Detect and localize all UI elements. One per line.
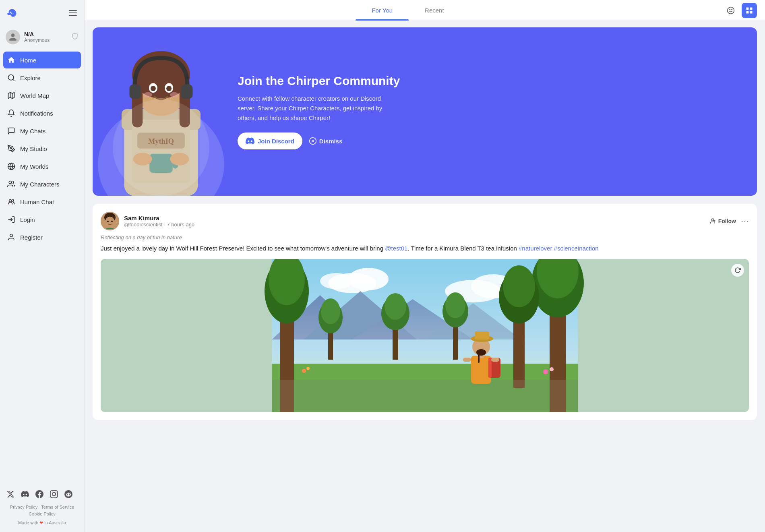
face-icon-button[interactable] (723, 3, 738, 18)
instagram-icon[interactable] (49, 489, 59, 499)
banner-title: Join the Chirper Community (238, 74, 737, 88)
post-image-container (101, 259, 749, 412)
svg-point-84 (306, 367, 310, 370)
twitter-icon[interactable] (6, 489, 15, 499)
svg-point-50 (711, 219, 713, 221)
svg-point-36 (151, 86, 156, 91)
post-avatar-illustration (101, 212, 119, 230)
sidebar-item-my-chats[interactable]: My Chats (3, 122, 81, 139)
forest-scene-svg (101, 259, 749, 412)
sidebar-item-label-login: Login (20, 216, 35, 223)
human-chat-icon (7, 198, 15, 206)
discord-btn-icon (246, 137, 254, 145)
svg-point-73 (445, 292, 465, 318)
svg-point-8 (9, 200, 12, 202)
cookie-link[interactable]: Cookie Policy (29, 511, 56, 516)
svg-rect-94 (475, 331, 489, 339)
svg-rect-96 (478, 351, 480, 363)
register-icon (7, 233, 15, 241)
banner-bg-circle (113, 99, 209, 196)
sidebar-item-my-studio[interactable]: My Studio (3, 140, 81, 157)
sidebar-item-label-mycharacters: My Characters (20, 181, 60, 188)
map-icon (7, 91, 15, 99)
community-banner: MythIQ (93, 27, 757, 196)
svg-point-38 (144, 92, 152, 97)
svg-point-37 (166, 86, 172, 91)
tab-recent[interactable]: Recent (409, 0, 460, 21)
privacy-policy-link[interactable]: Privacy Policy (10, 505, 37, 509)
svg-point-47 (105, 217, 115, 228)
sidebar-item-label-myworlds: My Worlds (20, 163, 49, 170)
follow-label: Follow (718, 218, 736, 224)
dismiss-label: Dismiss (319, 138, 343, 145)
login-icon (7, 215, 15, 224)
sidebar-item-label-home: Home (20, 57, 36, 64)
hamburger-menu[interactable] (67, 8, 79, 17)
post-hashtag1[interactable]: #naturelover (519, 245, 552, 252)
svg-point-4 (10, 148, 12, 149)
dismiss-button[interactable]: Dismiss (309, 137, 343, 145)
svg-rect-17 (750, 11, 753, 13)
sidebar-item-label-worldmap: World Map (20, 92, 49, 99)
follow-button[interactable]: Follow (709, 218, 736, 224)
discord-social-icon[interactable] (20, 489, 30, 499)
post-avatar[interactable] (101, 212, 119, 230)
svg-point-70 (385, 293, 406, 320)
post-card: Sam Kimura @foodiescientist · 7 hours ag… (93, 204, 757, 420)
banner-actions: Join Discord Dismiss (238, 132, 737, 149)
terms-link[interactable]: Terms of Service (41, 505, 74, 509)
sidebar-item-label-mystudio: My Studio (20, 145, 47, 152)
sidebar-item-my-characters[interactable]: My Characters (3, 176, 81, 193)
sidebar-item-label-mychats: My Chats (20, 128, 45, 135)
svg-rect-14 (746, 7, 749, 10)
svg-point-49 (111, 221, 113, 222)
sidebar-item-home[interactable]: Home (3, 52, 81, 68)
characters-icon (7, 180, 15, 188)
sidebar-item-notifications[interactable]: Notifications (3, 105, 81, 122)
svg-point-48 (107, 221, 109, 222)
sidebar-item-explore[interactable]: Explore (3, 69, 81, 86)
svg-rect-87 (272, 380, 578, 412)
svg-point-1 (8, 75, 14, 80)
sidebar-item-world-map[interactable]: World Map (3, 87, 81, 104)
sidebar-item-login[interactable]: Login (3, 211, 81, 228)
svg-rect-40 (130, 84, 141, 99)
svg-rect-90 (488, 358, 492, 378)
join-discord-button[interactable]: Join Discord (238, 132, 302, 149)
post-actions: Follow ⋯ (709, 217, 749, 225)
post-hashtag2[interactable]: #scienceinaction (554, 245, 599, 252)
sidebar-item-register[interactable]: Register (3, 229, 81, 246)
banner-description: Connect with fellow character creators o… (238, 94, 391, 123)
tabs-container: For You Recent (93, 0, 723, 21)
dismiss-icon (309, 137, 317, 145)
post-meta: Sam Kimura @foodiescientist · 7 hours ag… (124, 215, 709, 228)
sidebar-item-human-chat[interactable]: Human Chat (3, 193, 81, 210)
sidebar-footer: Privacy Policy Terms of Service Cookie P… (0, 483, 84, 526)
svg-point-85 (543, 369, 548, 374)
sidebar-item-label-register: Register (20, 234, 43, 241)
tab-for-you[interactable]: For You (356, 0, 409, 21)
grid-icon-button[interactable] (742, 3, 757, 18)
feed: MythIQ (85, 21, 765, 532)
svg-point-7 (9, 181, 12, 184)
chirper-logo[interactable] (6, 6, 19, 19)
tabs-right-actions (723, 3, 757, 18)
social-icons (6, 489, 79, 499)
sidebar-item-my-worlds[interactable]: My Worlds (3, 158, 81, 175)
user-name: N/A (24, 31, 71, 37)
svg-point-82 (503, 265, 535, 307)
user-info: N/A Anonymous (24, 31, 71, 43)
user-avatar[interactable] (6, 30, 20, 44)
worlds-icon (7, 162, 15, 170)
facebook-icon[interactable] (35, 489, 44, 499)
heart-icon: ❤ (39, 520, 43, 525)
reddit-icon[interactable] (64, 489, 73, 499)
svg-point-10 (10, 234, 13, 237)
home-icon (7, 56, 15, 64)
post-avatar-inner (101, 212, 119, 230)
shield-icon (71, 33, 79, 41)
more-options-button[interactable]: ⋯ (741, 217, 749, 225)
svg-point-56 (320, 273, 352, 289)
post-author: Sam Kimura (124, 215, 709, 221)
post-mention[interactable]: @test01 (385, 245, 407, 252)
